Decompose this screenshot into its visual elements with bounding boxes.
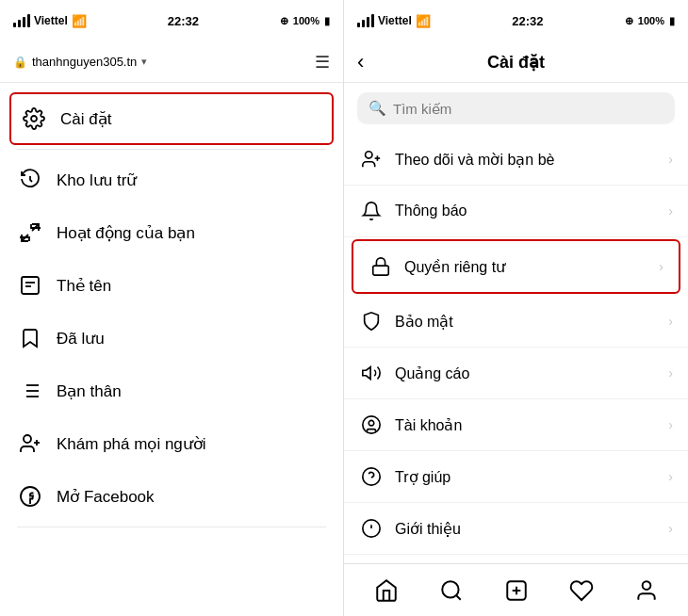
right-gps-icon: ⊕ (625, 15, 633, 27)
chevron-right-icon-6: › (668, 417, 673, 432)
chevron-right-icon-8: › (668, 521, 673, 536)
settings-item-notifications[interactable]: Thông báo › (344, 186, 688, 237)
search-input[interactable] (393, 101, 663, 117)
menu-discover-label: Khám phá mọi người (57, 434, 206, 454)
settings-icon (21, 105, 47, 132)
tab-add[interactable] (498, 572, 535, 609)
tab-search[interactable] (433, 572, 470, 609)
left-panel: Viettel 📶 22:32 ⊕ 100% ▮ 🔒 thanhnguyen30… (0, 0, 344, 616)
hamburger-button[interactable]: ☰ (315, 52, 330, 73)
privacy-icon (369, 254, 393, 279)
right-right-icons: ⊕ 100% ▮ (625, 15, 675, 27)
settings-item-logout[interactable]: Đăng nhập › (344, 555, 688, 563)
back-button[interactable]: ‹ (357, 50, 364, 74)
svg-rect-3 (22, 277, 39, 294)
menu-item-friends[interactable]: Bạn thân (0, 365, 343, 417)
divider-1 (17, 149, 326, 150)
settings-item-ads[interactable]: Quảng cáo › (344, 348, 688, 399)
svg-line-29 (456, 595, 461, 600)
right-signal-icon (357, 14, 374, 27)
notifications-icon (359, 199, 384, 223)
account-icon (359, 413, 384, 437)
activity-icon (17, 219, 43, 246)
chevron-right-icon-4: › (668, 314, 673, 329)
menu-item-activity[interactable]: Hoạt động của bạn (0, 206, 343, 259)
settings-item-about[interactable]: Giới thiệu › (344, 503, 688, 555)
url-area[interactable]: 🔒 thanhnguyen305.tn ▾ (13, 55, 147, 69)
help-icon (359, 464, 384, 489)
gps-icon: ⊕ (280, 15, 288, 27)
settings-list: Theo dõi và mời bạn bè › Thông báo › (344, 134, 688, 563)
settings-item-follow[interactable]: Theo dõi và mời bạn bè › (344, 134, 688, 186)
divider-bottom (17, 527, 326, 527)
notifications-label: Thông báo (395, 203, 657, 219)
left-time: 22:32 (168, 14, 199, 28)
search-icon: 🔍 (369, 100, 386, 117)
right-carrier-name: Viettel (378, 14, 412, 27)
menu-item-saved[interactable]: Đã lưu (0, 312, 343, 365)
svg-point-21 (363, 416, 380, 433)
wifi-icon: 📶 (72, 14, 87, 28)
battery-icon: ▮ (324, 15, 330, 27)
svg-point-12 (24, 435, 31, 443)
tab-home[interactable] (368, 572, 405, 609)
settings-item-security[interactable]: Bảo mật › (344, 296, 688, 348)
menu-item-discover[interactable]: Khám phá mọi người (0, 417, 343, 470)
tab-profile[interactable] (628, 572, 665, 609)
svg-point-33 (642, 581, 650, 590)
left-status-bar: Viettel 📶 22:32 ⊕ 100% ▮ (0, 0, 343, 41)
search-bar[interactable]: 🔍 (357, 92, 675, 124)
chevron-right-icon-7: › (668, 469, 673, 484)
ads-icon (359, 361, 384, 385)
left-right-icons: ⊕ 100% ▮ (280, 15, 330, 27)
right-battery: 100% (638, 15, 664, 26)
menu-item-facebook[interactable]: Mở Facebook (0, 470, 343, 523)
chevron-right-icon-2: › (668, 203, 673, 219)
signal-icon (13, 14, 30, 27)
discover-icon (17, 430, 43, 457)
privacy-label: Quyền riêng tư (404, 258, 647, 276)
security-icon (359, 309, 384, 333)
left-carrier-name: Viettel (34, 14, 68, 27)
right-status-bar: Viettel 📶 22:32 ⊕ 100% ▮ (344, 0, 688, 41)
left-battery: 100% (293, 15, 319, 26)
svg-point-28 (442, 581, 458, 597)
menu-item-settings[interactable]: Cài đặt (9, 92, 334, 145)
account-label: Tài khoản (395, 416, 657, 434)
menu-activity-label: Hoạt động của bạn (57, 223, 195, 243)
right-battery-icon: ▮ (669, 15, 675, 27)
svg-point-22 (369, 420, 374, 426)
bottom-tab-bar (344, 563, 688, 616)
svg-point-16 (366, 152, 372, 158)
chevron-right-icon-5: › (668, 365, 673, 381)
facebook-icon (17, 483, 43, 510)
ads-label: Quảng cáo (395, 365, 657, 382)
chevron-right-icon-3: › (659, 259, 663, 274)
menu-settings-label: Cài đặt (60, 109, 111, 129)
help-label: Trợ giúp (395, 468, 657, 486)
security-label: Bảo mật (395, 313, 657, 331)
url-text: thanhnguyen305.tn (32, 55, 137, 69)
about-label: Giới thiệu (395, 520, 657, 538)
menu-storage-label: Kho lưu trữ (57, 170, 137, 190)
svg-marker-20 (363, 367, 370, 380)
menu-facebook-label: Mở Facebook (57, 487, 155, 507)
lock-icon: 🔒 (13, 56, 27, 69)
nametag-icon (17, 272, 43, 299)
menu-friends-label: Bạn thân (57, 381, 122, 401)
menu-list: Cài đặt Kho lưu trữ (0, 83, 343, 616)
friends-icon (17, 378, 43, 404)
svg-point-0 (31, 116, 37, 122)
menu-item-storage[interactable]: Kho lưu trữ (0, 154, 343, 206)
settings-item-privacy[interactable]: Quyền riêng tư › (352, 239, 680, 294)
url-chevron-icon: ▾ (141, 56, 147, 68)
right-panel: Viettel 📶 22:32 ⊕ 100% ▮ ‹ Cài đặt 🔍 (344, 0, 688, 616)
chevron-right-icon: › (668, 152, 673, 167)
left-carrier: Viettel 📶 (13, 14, 87, 28)
tab-heart[interactable] (563, 572, 600, 609)
svg-rect-19 (373, 266, 389, 275)
menu-item-nametag[interactable]: Thẻ tên (0, 259, 343, 312)
right-wifi-icon: 📶 (416, 14, 431, 28)
settings-item-account[interactable]: Tài khoản › (344, 399, 688, 451)
settings-item-help[interactable]: Trợ giúp › (344, 451, 688, 503)
